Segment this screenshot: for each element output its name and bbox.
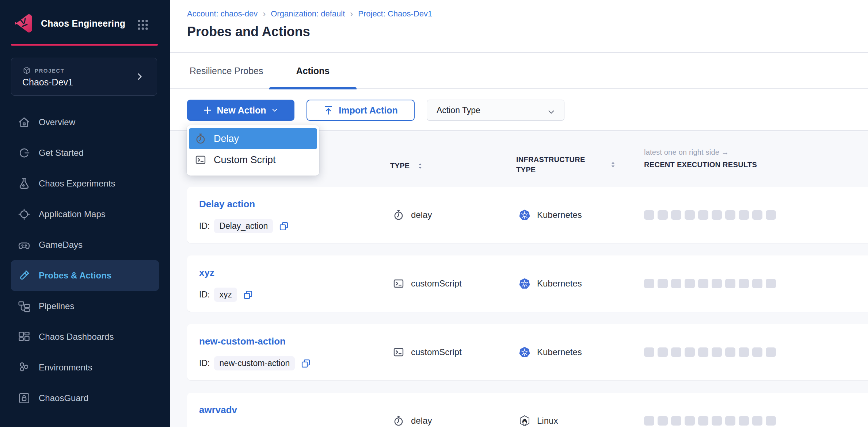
sidebar-item-pipelines[interactable]: Pipelines [0,291,170,322]
action-type-cell: delay [393,187,432,243]
breadcrumb: Account: chaos-dev›Organization: default… [187,9,432,19]
action-type-value: Action Type [437,105,480,115]
action-id-value: xyz [214,288,237,302]
terminal-icon [393,278,404,289]
dashboard-icon [18,330,31,343]
copy-icon[interactable] [301,358,311,369]
sort-icon[interactable] [416,162,424,170]
action-name-link[interactable]: awrvadv [199,404,237,416]
menu-item-custom-script[interactable]: Custom Script [189,149,317,170]
sidebar-item-chaos-dashboards[interactable]: Chaos Dashboards [0,322,170,352]
project-label: PROJECT [35,68,64,74]
column-header-recent-execution-results: RECENT EXECUTION RESULTS [644,161,757,169]
import-action-button[interactable]: Import Action [307,100,415,121]
kubernetes-icon [519,346,530,358]
new-action-label: New Action [217,105,266,116]
execution-result-placeholder [739,210,749,220]
execution-result-placeholder [671,210,681,220]
execution-result-placeholder [766,210,776,220]
action-row[interactable]: awrvadv delay Linux [187,393,868,427]
execution-result-placeholder [752,279,762,288]
execution-result-placeholder [712,347,722,357]
execution-result-placeholder [658,279,668,288]
execution-result-placeholder [644,416,654,426]
sort-icon[interactable] [609,161,617,169]
actions-table-body: Delay action ID: Delay_action delay Kube… [170,187,868,427]
action-name-link[interactable]: xyz [199,267,214,278]
new-action-button[interactable]: New Action [187,100,294,121]
breadcrumb-link[interactable]: Organization: default [271,9,345,19]
copy-icon[interactable] [279,221,289,231]
action-type-select[interactable]: Action Type [427,100,564,121]
action-id-value: Delay_action [214,219,273,233]
hexagons-icon [18,361,31,374]
sidebar-item-gamedays[interactable]: GameDays [0,230,170,260]
action-type-cell: customScript [393,324,462,380]
recent-execution-results-cell [644,255,776,312]
module-switcher-grid-icon[interactable] [136,18,150,31]
sidebar-item-chaos-experiments[interactable]: Chaos Experiments [0,168,170,199]
execution-result-placeholder [644,347,654,357]
action-id-row: ID: Delay_action [199,219,289,233]
recent-execution-results-cell [644,187,776,243]
sidebar-item-application-maps[interactable]: Application Maps [0,199,170,230]
execution-result-placeholder [752,347,762,357]
tab-actions[interactable]: Actions [269,53,357,89]
breadcrumb-link[interactable]: Project: Chaos-Dev1 [358,9,432,19]
infrastructure-cell: Kubernetes [519,187,582,243]
chevron-down-icon [271,106,279,114]
sidebar-item-probes-actions[interactable]: Probes & Actions [11,260,159,291]
execution-result-placeholder [739,279,749,288]
menu-item-delay[interactable]: Delay [189,128,317,149]
execution-result-placeholder [671,279,681,288]
sidebar-item-overview[interactable]: Overview [0,107,170,138]
sidebar-item-environments[interactable]: Environments [0,352,170,383]
breadcrumb-separator: › [350,9,353,19]
execution-result-placeholder [658,347,668,357]
sidebar-item-get-started[interactable]: Get Started [0,138,170,168]
execution-result-placeholder [671,416,681,426]
action-row[interactable]: Delay action ID: Delay_action delay Kube… [187,187,868,243]
sidebar: Chaos Engineering PROJECT Chaos-Dev1 Ove… [0,0,170,427]
breadcrumb-separator: › [263,9,266,19]
terminal-icon [393,346,404,358]
chevron-right-icon [135,72,144,81]
terminal-icon [195,154,206,166]
action-row[interactable]: new-custom-action ID: new-custom-action … [187,324,868,380]
execution-result-placeholder [685,279,695,288]
action-row[interactable]: xyz ID: xyz customScript Kubernetes [187,255,868,312]
sidebar-nav: Overview Get Started Chaos Experiments A… [0,107,170,413]
execution-result-placeholder [725,347,735,357]
infrastructure-cell: Kubernetes [519,324,582,380]
execution-result-placeholder [658,416,668,426]
breadcrumb-link[interactable]: Account: chaos-dev [187,9,258,19]
project-name: Chaos-Dev1 [22,77,73,88]
action-name-link[interactable]: new-custom-action [199,336,286,347]
tabbar: Resilience Probes Actions [170,53,868,89]
execution-result-placeholder [739,347,749,357]
gamepad-icon [18,238,31,251]
tab-resilience-probes[interactable]: Resilience Probes [170,53,269,89]
infrastructure-cell: Kubernetes [519,255,582,312]
execution-result-placeholder [752,210,762,220]
column-header-infrastructure-type[interactable]: INFRASTRUCTURE TYPE [516,154,617,175]
copy-icon[interactable] [243,290,253,300]
execution-result-placeholder [644,279,654,288]
page-title: Probes and Actions [187,24,310,39]
import-action-label: Import Action [339,105,398,116]
home-icon [18,116,31,129]
execution-result-placeholder [658,210,668,220]
execution-result-placeholder [739,416,749,426]
flask-icon [18,177,31,190]
column-header-type[interactable]: TYPE [390,162,424,170]
execution-result-placeholder [766,347,776,357]
action-name-link[interactable]: Delay action [199,199,255,210]
execution-result-placeholder [725,416,735,426]
action-type-cell: delay [393,393,432,427]
execution-result-placeholder [725,210,735,220]
execution-result-placeholder [712,279,722,288]
execution-result-placeholder [725,279,735,288]
sidebar-item-chaosguard[interactable]: ChaosGuard [0,383,170,413]
import-icon [323,105,334,115]
project-selector[interactable]: PROJECT Chaos-Dev1 [11,58,157,96]
